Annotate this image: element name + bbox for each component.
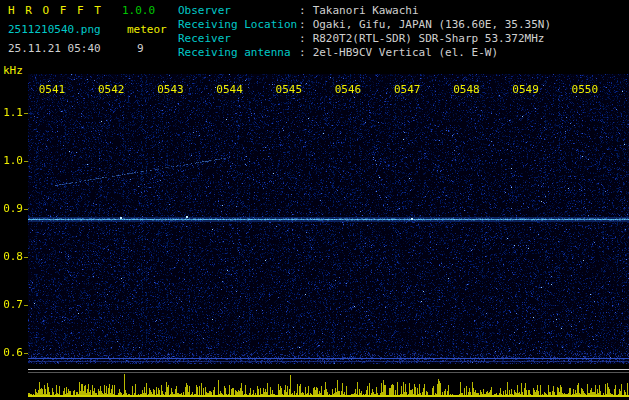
info-colon: :	[299, 46, 306, 59]
y-tick-mark	[24, 305, 28, 306]
mode-label: meteor	[127, 23, 167, 36]
x-tick-label: 0542	[98, 83, 125, 96]
info-colon: :	[299, 32, 306, 45]
x-tick-label: 0547	[394, 83, 421, 96]
hrofft-app-window: H R O F F T 1.0.0 2511210540.png meteor …	[0, 0, 629, 400]
info-value: Ogaki, Gifu, JAPAN (136.60E, 35.35N)	[313, 18, 551, 31]
x-tick-label: 0543	[157, 83, 184, 96]
y-tick-label: 1.0	[0, 154, 23, 167]
y-tick-mark	[24, 113, 28, 114]
x-tick-label: 0550	[572, 83, 599, 96]
y-tick-mark	[24, 353, 28, 354]
y-tick-label: 0.6	[0, 346, 23, 359]
info-colon: :	[299, 4, 306, 17]
info-label: Observer	[178, 4, 299, 17]
y-tick-mark	[24, 257, 28, 258]
info-row-receiver: Receiver:R820T2(RTL-SDR) SDR-Sharp 53.37…	[178, 32, 544, 45]
spectrogram-canvas	[28, 74, 629, 364]
info-value: R820T2(RTL-SDR) SDR-Sharp 53.372MHz	[313, 32, 545, 45]
meteor-count: 9	[137, 42, 144, 55]
x-tick-label: 0546	[335, 83, 362, 96]
info-colon: :	[299, 18, 306, 31]
x-axis: 0541054205430544054505460547054805490550	[0, 83, 629, 96]
signal-level-canvas	[28, 366, 629, 400]
info-label: Receiving antenna	[178, 46, 299, 59]
app-version: 1.0.0	[122, 4, 155, 17]
y-tick-label: 0.7	[0, 298, 23, 311]
x-tick-label: 0544	[216, 83, 243, 96]
y-axis: 1.11.00.90.80.70.6	[0, 0, 28, 400]
y-tick-mark	[24, 161, 28, 162]
info-value: 2el-HB9CV Vertical (el. E-W)	[313, 46, 498, 59]
y-tick-mark	[24, 209, 28, 210]
x-tick-label: 0545	[276, 83, 303, 96]
y-tick-label: 1.1	[0, 106, 23, 119]
info-label: Receiver	[178, 32, 299, 45]
info-label: Receiving Location	[178, 18, 299, 31]
info-row-antenna: Receiving antenna:2el-HB9CV Vertical (el…	[178, 46, 498, 59]
info-row-location: Receiving Location:Ogaki, Gifu, JAPAN (1…	[178, 18, 551, 31]
y-tick-label: 0.9	[0, 202, 23, 215]
x-tick-label: 0548	[453, 83, 480, 96]
x-tick-label: 0549	[512, 83, 539, 96]
y-tick-label: 0.8	[0, 250, 23, 263]
x-tick-label: 0541	[39, 83, 66, 96]
info-row-observer: Observer:Takanori Kawachi	[178, 4, 419, 17]
info-value: Takanori Kawachi	[313, 4, 419, 17]
